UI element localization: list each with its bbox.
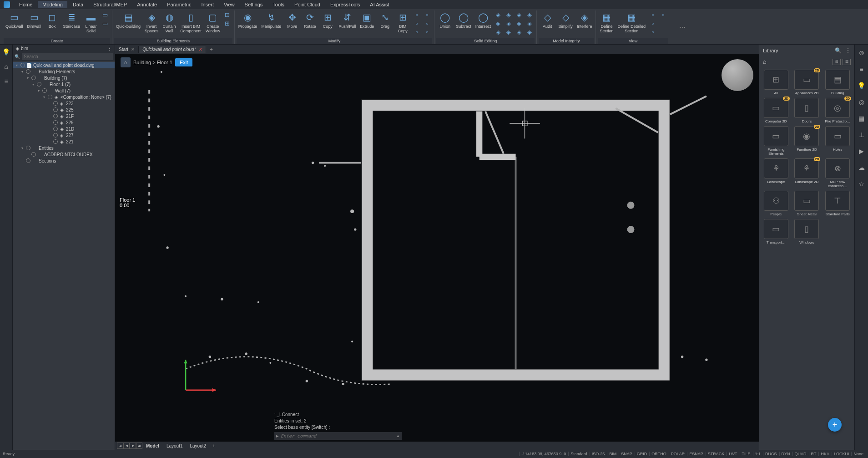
visibility-icon[interactable] <box>48 95 52 99</box>
ribbon-small-button[interactable]: ◈ <box>505 28 513 36</box>
ribbon-small-button[interactable]: ◈ <box>494 28 502 36</box>
bulb-icon[interactable]: 💡 <box>2 47 11 56</box>
library-item-all[interactable]: ⊞All <box>762 70 790 95</box>
tree-node[interactable]: ◈229 <box>13 119 115 126</box>
library-item-fire-protectio-[interactable]: ◎2DFire Protectio… <box>823 98 852 123</box>
library-item-landscape-d[interactable]: ⚘2DLandscape 2D <box>793 158 821 188</box>
library-home-icon[interactable]: ⌂ <box>763 58 767 65</box>
status-toggle-bim[interactable]: BIM <box>607 452 618 456</box>
ribbon-copy-button[interactable]: ⊞Copy <box>319 10 336 30</box>
ribbon-invert-button[interactable]: ◈Invert Spaces <box>143 10 160 34</box>
ribbon-small-button[interactable]: ▫ <box>423 28 431 36</box>
structure-tree[interactable]: ▾📄Quickwall and point cloud.dwg▾Building… <box>13 61 115 450</box>
tree-node[interactable]: ◈223 <box>13 100 115 107</box>
drawing-canvas[interactable] <box>115 54 759 442</box>
library-item-landscape[interactable]: ⚘Landscape <box>762 158 790 188</box>
tree-node[interactable]: ▾📄Quickwall and point cloud.dwg <box>13 62 115 68</box>
menu-structural-mep[interactable]: Structural/MEP <box>89 1 131 8</box>
ribbon-quickbuilding-button[interactable]: ▤Quickbuilding <box>114 10 142 30</box>
ribbon-small-button[interactable]: ◈ <box>505 19 513 27</box>
ribbon-linear-button[interactable]: ▬Linear Solid <box>82 10 100 34</box>
library-item-transport-[interactable]: ▭Transport… <box>762 219 790 244</box>
ribbon-small-button[interactable]: ◈ <box>525 28 534 36</box>
ribbon-small-button[interactable]: ▭ <box>101 19 109 27</box>
tree-node[interactable]: ◈21F <box>13 113 115 119</box>
visibility-icon[interactable] <box>37 82 41 87</box>
status-toggle-standard[interactable]: Standard <box>568 452 589 456</box>
status-toggle-tile[interactable]: TILE <box>740 452 752 456</box>
command-input[interactable] <box>281 433 396 438</box>
settings-icon[interactable]: ⊚ <box>857 48 866 57</box>
animation-icon[interactable]: ▶ <box>857 147 866 156</box>
cloud-icon[interactable]: ☁ <box>857 163 866 172</box>
status-toggle-hka[interactable]: HKA <box>818 452 831 456</box>
ribbon-small-button[interactable]: ▫ <box>413 10 421 19</box>
ribbon-small-button[interactable]: ▫ <box>413 28 421 36</box>
visibility-icon[interactable] <box>31 76 36 80</box>
structure-search-input[interactable] <box>22 53 113 60</box>
tree-toggle-icon[interactable]: ▾ <box>31 82 35 87</box>
ribbon-small-button[interactable]: ◈ <box>515 19 523 27</box>
status-toggle-iso-25[interactable]: ISO-25 <box>590 452 607 456</box>
visibility-icon[interactable] <box>53 120 58 125</box>
visibility-icon[interactable] <box>53 127 58 131</box>
layout-nav-prev[interactable]: ◀ <box>123 443 130 449</box>
status-toggle-lockui[interactable]: LOCKUI <box>832 452 851 456</box>
target-icon[interactable]: ◎ <box>857 97 866 107</box>
ribbon-insert-bim-button[interactable]: ▯Insert BIM Component <box>178 10 203 34</box>
ribbon-curtain-button[interactable]: ◍Curtain Wall <box>161 10 178 34</box>
ribbon-small-button[interactable]: ◈ <box>494 19 502 27</box>
ribbon-staircase-button[interactable]: ≣Staircase <box>61 10 82 30</box>
ribbon-audit-button[interactable]: ◇Audit <box>539 10 556 30</box>
ribbon-small-button[interactable]: ◈ <box>525 10 534 19</box>
view-cube[interactable] <box>722 59 753 91</box>
visibility-icon[interactable] <box>53 139 58 144</box>
visibility-icon[interactable] <box>53 133 58 137</box>
tree-toggle-icon[interactable]: ▾ <box>42 95 46 99</box>
visibility-icon[interactable] <box>53 114 58 118</box>
library-item-furniture-d[interactable]: ◉2DFurniture 2D <box>793 126 821 156</box>
tree-node[interactable]: ◈21D <box>13 126 115 132</box>
library-item-holes[interactable]: ▭Holes <box>823 126 852 156</box>
library-menu-icon[interactable]: ⋮ <box>845 47 851 54</box>
ribbon-small-button[interactable]: ▫ <box>649 10 657 19</box>
library-item-windows[interactable]: ▯Windows <box>793 219 821 244</box>
status-toggle-1-1[interactable]: 1:1 <box>753 452 763 456</box>
ribbon-propagate-button[interactable]: ◉Propagate <box>237 10 259 30</box>
tree-toggle-icon[interactable]: ▾ <box>20 70 25 74</box>
tips-icon[interactable]: 💡 <box>857 81 866 90</box>
ribbon-define-button[interactable]: ▦Define Section <box>598 10 615 34</box>
ribbon-small-button[interactable]: ◈ <box>525 19 534 27</box>
menu-annotate[interactable]: Annotate <box>132 1 161 8</box>
ribbon-small-button[interactable]: ▫ <box>413 19 421 27</box>
layout-nav-first[interactable]: ⏮ <box>117 443 123 449</box>
ribbon-quickwall-button[interactable]: ▭Quickwall <box>4 10 25 30</box>
ribbon-small-button[interactable]: ▫ <box>423 10 431 19</box>
exit-button[interactable]: Exit <box>175 58 192 66</box>
library-item-computer-d[interactable]: ▭2DComputer 2D <box>762 98 790 123</box>
tree-node[interactable]: ◈225 <box>13 107 115 113</box>
doc-tab-active[interactable]: Quickwall and point cloud* ✕ <box>139 46 206 53</box>
viewport[interactable]: Floor 1 0.00 : _LConnectEntities in set:… <box>115 54 759 442</box>
status-toggle-ortho[interactable]: ORTHO <box>649 452 668 456</box>
ribbon-simplify-button[interactable]: ◇Simplify <box>556 10 575 30</box>
menu-point-cloud[interactable]: Point Cloud <box>290 1 325 8</box>
close-icon[interactable]: ✕ <box>131 47 135 52</box>
ribbon-small-button[interactable]: ▫ <box>423 19 431 27</box>
panel-menu-icon[interactable]: ⋮ <box>107 46 112 51</box>
tree-toggle-icon[interactable]: ▾ <box>36 89 41 93</box>
ribbon-rotate-button[interactable]: ⟳Rotate <box>301 10 318 30</box>
library-search-icon[interactable]: 🔍 <box>835 47 842 54</box>
blocks-icon[interactable]: ▦ <box>857 114 866 123</box>
ribbon-define-detailed-button[interactable]: ▦Define Detailed Section <box>616 10 647 34</box>
status-toggle-rt[interactable]: RT <box>809 452 818 456</box>
library-add-button[interactable]: + <box>828 418 842 432</box>
dimension-icon[interactable]: ⊥ <box>857 130 866 139</box>
layout-tab-model[interactable]: Model <box>142 443 163 449</box>
status-toggle-ducs[interactable]: DUCS <box>763 452 779 456</box>
tree-toggle-icon[interactable]: ▾ <box>15 63 19 67</box>
command-expand-icon[interactable]: ▲ <box>396 434 400 438</box>
menu-tools[interactable]: Tools <box>268 1 289 8</box>
ribbon-bimwall-button[interactable]: ▭Bimwall <box>25 10 43 30</box>
layout-add-button[interactable]: + <box>210 443 218 448</box>
